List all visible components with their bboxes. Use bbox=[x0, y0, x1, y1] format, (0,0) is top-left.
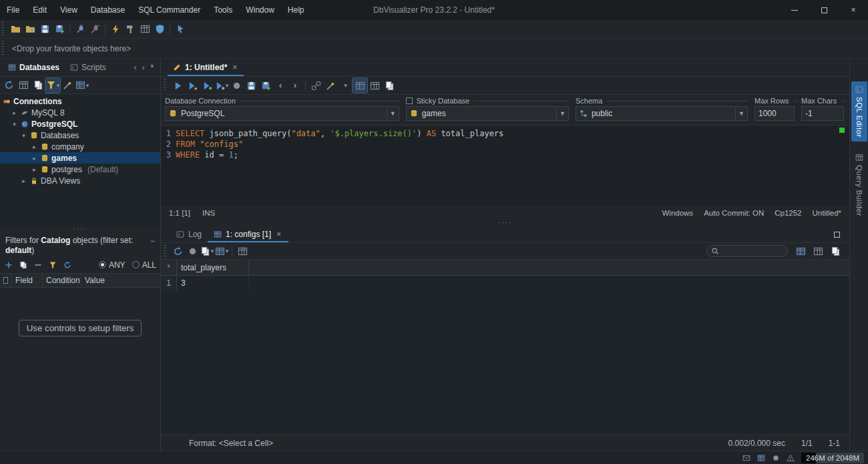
execute-buffer-button[interactable] bbox=[200, 78, 214, 93]
database-combo[interactable]: games ▼ bbox=[406, 106, 569, 121]
copy-filter-button[interactable] bbox=[16, 258, 31, 272]
max-chars-input[interactable] bbox=[805, 109, 843, 118]
tab-list-icon[interactable]: ▾ bbox=[150, 63, 154, 72]
result-text-button[interactable] bbox=[367, 78, 382, 93]
grid-search-input[interactable] bbox=[722, 247, 783, 255]
history-back-button[interactable]: ‹ bbox=[273, 78, 288, 93]
open-file-button[interactable] bbox=[8, 22, 23, 37]
tree-item-connections[interactable]: Connections bbox=[0, 95, 160, 107]
menu-tools[interactable]: Tools bbox=[207, 0, 239, 20]
warning-icon[interactable] bbox=[787, 454, 795, 462]
radio-any[interactable]: ANY bbox=[99, 260, 126, 270]
tree-item-postgresql[interactable]: ▾ PostgreSQL bbox=[0, 118, 160, 130]
mail-icon[interactable] bbox=[742, 454, 750, 462]
edit-filter-button[interactable] bbox=[45, 258, 60, 272]
result-grid[interactable]: * total_players 1 3 bbox=[161, 260, 849, 435]
expand-icon[interactable]: ▸ bbox=[31, 166, 38, 173]
menu-view[interactable]: View bbox=[53, 0, 84, 20]
close-button[interactable]: × bbox=[839, 0, 868, 20]
text-mode-button[interactable] bbox=[811, 244, 825, 258]
menu-help[interactable]: Help bbox=[281, 0, 311, 20]
database-status-icon[interactable] bbox=[757, 454, 765, 462]
expand-icon[interactable]: ▸ bbox=[11, 109, 18, 116]
collapse-icon[interactable]: ▾ bbox=[11, 121, 18, 128]
new-bookmark-button[interactable] bbox=[23, 22, 37, 37]
minimize-button[interactable] bbox=[780, 0, 809, 20]
column-value[interactable]: Value bbox=[81, 274, 160, 287]
objects-view-button[interactable] bbox=[16, 78, 31, 93]
connect-button[interactable] bbox=[73, 22, 87, 37]
maximize-panel-icon[interactable] bbox=[834, 232, 840, 238]
rail-tab-sql-editor[interactable]: SQL Editor bbox=[851, 81, 867, 142]
security-button[interactable] bbox=[152, 22, 167, 37]
checkbox-icon[interactable] bbox=[3, 277, 8, 284]
pointer-mode-button[interactable] bbox=[173, 22, 188, 37]
show-result-grid-button[interactable] bbox=[353, 78, 367, 93]
setup-filters-button[interactable]: Use controls to setup filters bbox=[19, 320, 142, 336]
tree-item-databases[interactable]: ▾ Databases bbox=[0, 130, 160, 141]
save-sql-as-button[interactable] bbox=[258, 78, 273, 93]
row-number-cell[interactable]: 1 bbox=[161, 276, 177, 290]
editor-tab-untitled[interactable]: 1: Untitled* × bbox=[168, 59, 244, 76]
chevron-down-icon[interactable]: ▼ bbox=[387, 107, 399, 120]
expand-icon[interactable]: ▸ bbox=[20, 178, 27, 184]
close-tab-icon[interactable]: × bbox=[231, 63, 238, 72]
tree-options-button[interactable]: ▾ bbox=[75, 78, 89, 93]
sql-commander-button[interactable] bbox=[108, 22, 123, 37]
auto-commit-status[interactable]: Auto Commit: ON bbox=[704, 209, 764, 217]
collapse-filters-icon[interactable]: − bbox=[150, 236, 155, 246]
disconnect-button[interactable] bbox=[87, 22, 102, 37]
tree-item-mysql[interactable]: ▸ MySQL 8 bbox=[0, 107, 160, 118]
tab-log[interactable]: Log bbox=[170, 226, 208, 242]
menu-file[interactable]: File bbox=[0, 0, 26, 20]
sticky-database-checkbox[interactable] bbox=[406, 97, 413, 104]
radio-all[interactable]: ALL bbox=[132, 260, 156, 270]
menu-window[interactable]: Window bbox=[239, 0, 281, 20]
copy-result-button[interactable]: ▾ bbox=[200, 244, 214, 258]
stop-load-button[interactable] bbox=[185, 244, 200, 258]
panel-splitter[interactable]: ···· bbox=[0, 227, 160, 234]
tab-result-configs[interactable]: 1: configs [1] × bbox=[208, 226, 288, 242]
reload-result-button[interactable] bbox=[170, 244, 185, 258]
filter-enable-column[interactable] bbox=[0, 274, 12, 287]
favorites-grip[interactable] bbox=[1, 41, 4, 56]
line-ending[interactable]: Windows bbox=[662, 209, 693, 217]
tree-item-postgres[interactable]: ▸ postgres (Default) bbox=[0, 164, 160, 175]
grid-mode-button[interactable] bbox=[793, 244, 808, 258]
expand-icon[interactable]: ▸ bbox=[31, 144, 38, 150]
expand-icon[interactable]: ▸ bbox=[31, 155, 38, 162]
refresh-objects-button[interactable] bbox=[1, 78, 16, 93]
grid-row-1[interactable]: 1 3 bbox=[161, 276, 849, 290]
schema-combo[interactable]: public ▼ bbox=[576, 106, 748, 121]
filter-objects-button[interactable]: ▾ bbox=[45, 78, 60, 93]
memory-usage[interactable]: 246M of 2048M bbox=[801, 453, 864, 463]
form-mode-button[interactable] bbox=[828, 244, 843, 258]
copy-object-button[interactable] bbox=[31, 78, 45, 93]
max-rows-input[interactable] bbox=[758, 109, 794, 118]
sql-toolbar-grip[interactable] bbox=[164, 79, 166, 92]
scroll-tabs-right-icon[interactable]: › bbox=[142, 63, 144, 72]
menu-edit[interactable]: Edit bbox=[26, 0, 53, 20]
execute-current-button[interactable] bbox=[185, 78, 200, 93]
commander-options-button[interactable]: ▾ bbox=[338, 78, 353, 93]
cell-total-players[interactable]: 3 bbox=[177, 276, 249, 290]
history-forward-button[interactable]: › bbox=[288, 78, 302, 93]
tree-item-games[interactable]: ▸ games bbox=[0, 152, 160, 164]
column-header-total-players[interactable]: total_players bbox=[177, 260, 249, 275]
menu-database[interactable]: Database bbox=[84, 0, 132, 20]
tree-item-dba-views[interactable]: ▸ DBA Views bbox=[0, 175, 160, 186]
save-button[interactable] bbox=[37, 22, 52, 37]
execute-explain-button[interactable]: ▾ bbox=[214, 78, 229, 93]
result-window-button[interactable] bbox=[382, 78, 397, 93]
grid-toolbar-grip[interactable] bbox=[164, 245, 166, 257]
apply-filter-button[interactable] bbox=[60, 258, 75, 272]
save-sql-button[interactable] bbox=[244, 78, 258, 93]
encoding-status[interactable]: Cp1252 bbox=[775, 209, 801, 217]
collapse-icon[interactable]: ▾ bbox=[20, 132, 27, 139]
scroll-tabs-left-icon[interactable]: ‹ bbox=[134, 63, 136, 72]
bind-variables-button[interactable] bbox=[308, 78, 323, 93]
stop-button[interactable] bbox=[229, 78, 244, 93]
driver-manager-button[interactable] bbox=[123, 22, 138, 37]
menu-sql-commander[interactable]: SQL Commander bbox=[132, 0, 207, 20]
remove-filter-button[interactable] bbox=[31, 258, 45, 272]
